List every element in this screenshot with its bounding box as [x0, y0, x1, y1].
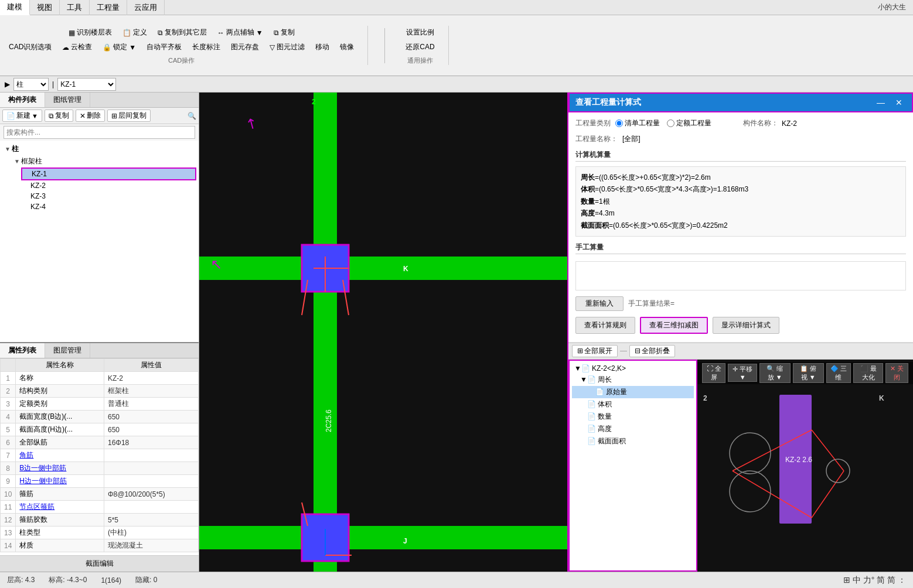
tab-component-list[interactable]: 构件列表 [0, 93, 45, 107]
radio-quota-qty[interactable]: 定额工程量 [667, 118, 711, 128]
tab-view[interactable]: 视图 [30, 0, 60, 15]
tree-section-area[interactable]: 📄 截面面积 [572, 435, 694, 447]
tree-item-kz3[interactable]: KZ-3 [21, 191, 196, 201]
status-hidden: 隐藏: 0 [135, 575, 157, 585]
btn-collapse-all[interactable]: ⊟ 全部折叠 [629, 345, 675, 357]
type-selector[interactable]: 柱 [13, 78, 49, 91]
btn-expand-all[interactable]: ⊞ 全部展开 [572, 345, 618, 357]
tab-props[interactable]: 属性列表 [0, 343, 45, 358]
btn-save-element[interactable]: 图元存盘 [227, 40, 263, 54]
btn-recognize-floor[interactable]: ▦ 识别楼层表 [64, 26, 116, 39]
horizontal-beam-1 [199, 257, 567, 280]
tab-quantity[interactable]: 工程量 [90, 0, 127, 15]
btn-zoom[interactable]: 🔍 缩放 ▼ [759, 363, 791, 383]
tree-volume[interactable]: 📄 体积 [572, 398, 694, 411]
new-icon: 📄 [6, 112, 15, 120]
btn-copy-to-layer[interactable]: ⧉ 复制到其它层 [154, 26, 211, 39]
kz4-label: KZ-4 [30, 203, 46, 211]
btn-top-view[interactable]: 📋 俯视 ▼ [793, 363, 824, 383]
prop-name-6[interactable]: 角筋 [16, 449, 104, 462]
eq-action-row: 查看计算规则 查看三维扣减图 显示详细计算式 [575, 317, 906, 334]
kz2-expand-icon: ▼ [574, 364, 581, 372]
btn-cad-options[interactable]: CAD识别选项 [5, 40, 56, 54]
btn-new[interactable]: 📄 新建▼ [2, 110, 42, 122]
btn-auto-align[interactable]: 自动平齐板 [142, 40, 186, 54]
tree-kz2-root[interactable]: ▼ 📄 KZ-2<2,K> [572, 363, 694, 374]
cross-section-btn[interactable]: 截面编辑 [0, 555, 199, 572]
tree-perimeter[interactable]: ▼ 📄 周长 [572, 374, 694, 386]
prop-val-9: Φ8@100/200(5*5) [104, 488, 198, 501]
eq-row-1: 工程量类别 清单工程量 定额工程量 构件名称： KZ-2 [575, 118, 906, 128]
prop-name-8[interactable]: H边一侧中部筋 [16, 475, 104, 488]
tab-tools[interactable]: 工具 [60, 0, 90, 15]
btn-lock[interactable]: 🔒 锁定▼ [98, 40, 140, 54]
tab-layers[interactable]: 图层管理 [45, 343, 90, 358]
btn-two-point-aux[interactable]: 长度标注 [188, 40, 224, 54]
btn-filter[interactable]: ▽ 图元过滤 [265, 40, 309, 54]
comp-name-value: KZ-2 [782, 119, 797, 128]
formula-line-2: 数量=1根 [581, 196, 901, 207]
btn-define[interactable]: 📋 定义 [118, 26, 151, 39]
btn-copy2[interactable]: ⧉ 复制 [270, 26, 299, 39]
btn-calc-rules[interactable]: 查看计算规则 [575, 317, 635, 334]
manual-input-box[interactable] [575, 261, 906, 290]
search-input[interactable] [4, 126, 195, 139]
btn-pan[interactable]: ✛ 平移 ▼ [728, 364, 757, 382]
annotation-arrow-2: ↙ [209, 259, 225, 271]
tree-count[interactable]: 📄 数量 [572, 411, 694, 423]
btn-3d[interactable]: 🔷 三维 [826, 363, 851, 383]
tree-root-label: 柱 [12, 144, 19, 154]
tab-drawing-manage[interactable]: 图纸管理 [45, 93, 90, 107]
btn-detail-formula[interactable]: 显示详细计算式 [713, 317, 779, 334]
prop-name-13: 材质 [16, 539, 104, 552]
prop-val-8 [104, 475, 198, 488]
center-canvas[interactable]: 2C25.6 2 K J 2 ↙ ↙ [199, 93, 567, 572]
btn-floor-copy[interactable]: ⊞ 层间复制 [107, 110, 151, 122]
btn-3d-deduction[interactable]: 查看三维扣减图 [640, 317, 708, 334]
btn-set-scale[interactable]: 设置比例 [402, 26, 438, 39]
3d-num-2: 2 [703, 394, 707, 402]
btn-length-mark[interactable]: ↔ 两点辅轴▼ [213, 26, 267, 39]
btn-maximize[interactable]: ⬛ 最大化 [853, 363, 883, 383]
type-divider: | [52, 80, 54, 88]
expand-icon: ⊞ [577, 347, 583, 355]
btn-restore-cad[interactable]: 还原CAD [401, 40, 438, 54]
3d-circle-2 [730, 471, 771, 512]
btn-move[interactable]: 移动 [311, 40, 333, 54]
canvas-3d-svg: KZ-2 2.6 2 K [697, 377, 913, 572]
qty-type-label: 工程量类别 [575, 118, 611, 128]
perimeter-label: 周长 [598, 375, 612, 385]
tab-build[interactable]: 建模 [0, 0, 30, 15]
tree-height[interactable]: 📄 高度 [572, 423, 694, 435]
eq-close-btn[interactable]: ✕ [892, 98, 906, 107]
btn-delete-comp[interactable]: ✕ 删除 [76, 110, 105, 122]
btn-copy-comp[interactable]: ⧉ 复制 [45, 110, 73, 122]
tree-root-column[interactable]: ▼ 柱 [2, 143, 196, 155]
tree-item-kz2[interactable]: KZ-2 [21, 180, 196, 191]
tree-frame-column[interactable]: ▼ 框架柱 [12, 155, 196, 167]
tree-original-qty[interactable]: 📄 原始量 [572, 386, 694, 398]
tree-item-kz1[interactable]: KZ-1 [21, 167, 196, 180]
count-label: 数量 [598, 412, 612, 422]
name-selector[interactable]: KZ-1 [57, 78, 116, 91]
btn-close-canvas[interactable]: ✕ 关闭 [885, 363, 908, 383]
general-group: 设置比例 还原CAD 通用操作 [401, 26, 448, 65]
prop-name-12: 柱类型 [16, 527, 104, 539]
radio-list-qty[interactable]: 清单工程量 [615, 118, 660, 128]
btn-reinput[interactable]: 重新输入 [575, 296, 624, 311]
eq-min-btn[interactable]: — [873, 98, 888, 107]
orig-file-icon: 📄 [595, 388, 604, 396]
canvas-toolbar: ⛶ 全屏 ✛ 平移 ▼ 🔍 缩放 ▼ 📋 俯视 ▼ 🔷 三维 ⬛ 最大化 ✕ 关… [697, 362, 913, 384]
btn-cloud-check[interactable]: ☁ 云检查 [58, 40, 96, 54]
prop-name-7[interactable]: B边一侧中部筋 [16, 462, 104, 475]
prop-name-10[interactable]: 节点区箍筋 [16, 501, 104, 514]
tab-cloud[interactable]: 云应用 [127, 0, 165, 15]
component-tree: ▼ 柱 ▼ 框架柱 KZ-1 KZ-2 [0, 141, 199, 342]
tree-item-kz4[interactable]: KZ-4 [21, 201, 196, 212]
selector-arrow: ▶ [5, 80, 10, 88]
eq-3d-canvas[interactable]: ⛶ 全屏 ✛ 平移 ▼ 🔍 缩放 ▼ 📋 俯视 ▼ 🔷 三维 ⬛ 最大化 ✕ 关… [697, 360, 913, 572]
btn-mirror[interactable]: 镜像 [336, 40, 358, 54]
btn-fullscreen[interactable]: ⛶ 全屏 [702, 363, 725, 383]
prop-val-0: KZ-2 [104, 372, 198, 385]
eq-title-bar: 查看工程量计算式 — ✕ [568, 93, 913, 112]
